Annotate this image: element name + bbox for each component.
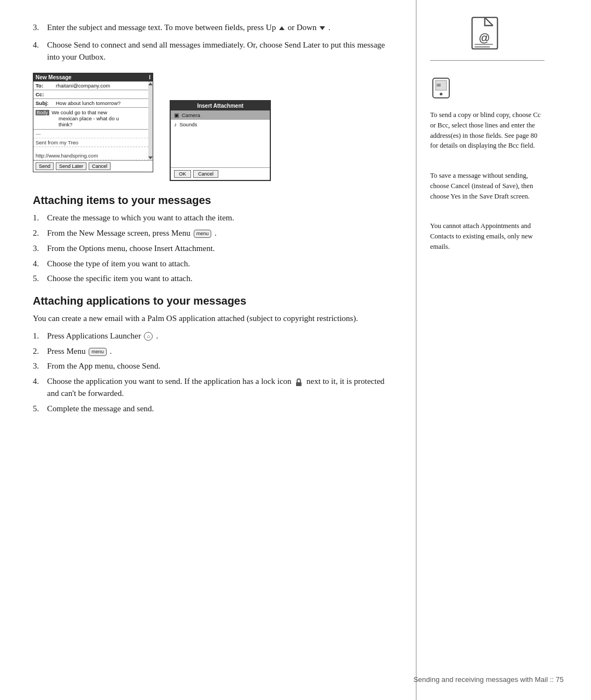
step-3: 3. Enter the subject and message text. T… bbox=[33, 22, 389, 34]
launcher-icon: ⌂ bbox=[144, 332, 153, 341]
nm-scroll-down-icon bbox=[148, 156, 153, 159]
svg-text:✉: ✉ bbox=[437, 83, 441, 88]
nm-subj-field: Subj: How about lunch tomorrow? bbox=[33, 99, 148, 108]
arrow-down-icon bbox=[320, 26, 325, 30]
list-item: 4. Choose the type of item you want to a… bbox=[33, 258, 389, 270]
page-footer: Sending and receiving messages with Mail… bbox=[413, 675, 564, 684]
sidebar-text-3: You cannot attach Appointments and Conta… bbox=[430, 221, 544, 252]
phone-icon: ✉ bbox=[430, 77, 452, 99]
sounds-icon: ♪ bbox=[174, 121, 177, 127]
nm-cancel-button[interactable]: Cancel bbox=[89, 162, 111, 170]
ia-ok-button[interactable]: OK bbox=[174, 170, 191, 178]
section2-list: 1. Press Applications Launcher ⌂ . 2. Pr… bbox=[33, 330, 389, 415]
list-item: 5. Choose the specific item you want to … bbox=[33, 273, 389, 285]
list-item: 3. From the App menu, choose Send. bbox=[33, 360, 389, 372]
section-attaching-items: Attaching items to your messages 1. Crea… bbox=[33, 194, 389, 285]
nm-content: To: rhaitani@company.com Cc: Subj: How a… bbox=[33, 81, 148, 160]
svg-point-7 bbox=[440, 93, 443, 96]
step-4: 4. Choose Send to connect and send all m… bbox=[33, 39, 389, 63]
step-4-text: Choose Send to connect and send all mess… bbox=[47, 39, 389, 63]
main-content: 3. Enter the subject and message text. T… bbox=[0, 0, 416, 700]
nm-body-field: Body We could go to that new mexican pla… bbox=[33, 108, 148, 130]
section2-heading: Attaching applications to your messages bbox=[33, 295, 389, 307]
nm-send-button[interactable]: Send bbox=[36, 162, 54, 170]
nm-separator: --- bbox=[33, 130, 148, 138]
sidebar-top-icon-area: @ bbox=[430, 11, 544, 61]
insert-attachment-wrapper: Insert Attachment ▣ Camera ♪ Sounds OK C… bbox=[170, 100, 271, 181]
ia-title-bar: Insert Attachment bbox=[171, 101, 270, 110]
ia-item-camera: ▣ Camera bbox=[171, 110, 270, 120]
list-item: 1. Press Applications Launcher ⌂ . bbox=[33, 330, 389, 342]
ia-buttons: OK Cancel bbox=[171, 167, 270, 180]
section1-heading: Attaching items to your messages bbox=[33, 194, 389, 207]
sidebar: @ ✉ To send a copy or blind copy, choose… bbox=[416, 0, 558, 700]
new-message-screen: New Message I To: rhaitani@company.com C… bbox=[33, 73, 153, 172]
list-item: 1. Create the message to which you want … bbox=[33, 212, 389, 224]
intro-steps: 3. Enter the subject and message text. T… bbox=[33, 22, 389, 63]
section-attaching-apps: Attaching applications to your messages … bbox=[33, 295, 389, 415]
nm-cc-field: Cc: bbox=[33, 90, 148, 99]
ia-empty-space bbox=[171, 129, 270, 156]
nm-scroll-up-icon bbox=[148, 83, 153, 85]
step-3-number: 3. bbox=[33, 22, 44, 34]
nm-scrollbar bbox=[148, 81, 153, 160]
ia-item-sounds: ♪ Sounds bbox=[171, 120, 270, 129]
nm-scrollbar-area: To: rhaitani@company.com Cc: Subj: How a… bbox=[33, 81, 153, 160]
nm-title: New Message bbox=[36, 74, 72, 80]
section2-intro: You can create a new email with a Palm O… bbox=[33, 313, 389, 325]
list-item: 4. Choose the application you want to se… bbox=[33, 376, 389, 400]
nm-to-field: To: rhaitani@company.com bbox=[33, 81, 148, 90]
nm-sig-line2 bbox=[33, 147, 148, 151]
menu-icon-2: menu bbox=[89, 348, 107, 356]
nm-buttons: Send Send Later Cancel bbox=[33, 160, 153, 172]
list-item: 5. Complete the message and send. bbox=[33, 403, 389, 415]
sidebar-text-1: To send a copy or blind copy, choose Cc … bbox=[430, 110, 544, 151]
at-email-icon: @ bbox=[470, 16, 505, 52]
camera-icon: ▣ bbox=[174, 112, 179, 118]
arrow-up-icon bbox=[279, 26, 285, 30]
nm-title-bar: New Message I bbox=[33, 73, 153, 81]
nm-scroll-indicator: I bbox=[149, 74, 150, 80]
screenshots-row: New Message I To: rhaitani@company.com C… bbox=[33, 73, 389, 181]
page-container: 3. Enter the subject and message text. T… bbox=[0, 0, 591, 700]
insert-attachment-screen: Insert Attachment ▣ Camera ♪ Sounds OK C… bbox=[170, 100, 271, 181]
menu-icon: menu bbox=[194, 230, 212, 238]
svg-rect-0 bbox=[296, 382, 302, 386]
nm-send-later-button[interactable]: Send Later bbox=[56, 162, 86, 170]
list-item: 3. From the Options menu, choose Insert … bbox=[33, 243, 389, 255]
nm-url-line: http://www.handspring.com bbox=[33, 151, 148, 160]
sidebar-mid-section: ✉ bbox=[430, 77, 544, 99]
sidebar-text-2: To save a message without sending, choos… bbox=[430, 171, 544, 201]
list-item: 2. Press Menu menu . bbox=[33, 346, 389, 358]
footer-text: Sending and receiving messages with Mail… bbox=[413, 675, 564, 684]
ia-cancel-button[interactable]: Cancel bbox=[193, 170, 218, 178]
lock-icon bbox=[294, 378, 303, 387]
list-item: 2. From the New Message screen, press Me… bbox=[33, 228, 389, 240]
step-4-number: 4. bbox=[33, 39, 44, 63]
nm-sig-line1: Sent from my Treo bbox=[33, 138, 148, 147]
step-3-text: Enter the subject and message text. To m… bbox=[47, 22, 389, 34]
section1-list: 1. Create the message to which you want … bbox=[33, 212, 389, 285]
svg-text:@: @ bbox=[479, 32, 490, 44]
